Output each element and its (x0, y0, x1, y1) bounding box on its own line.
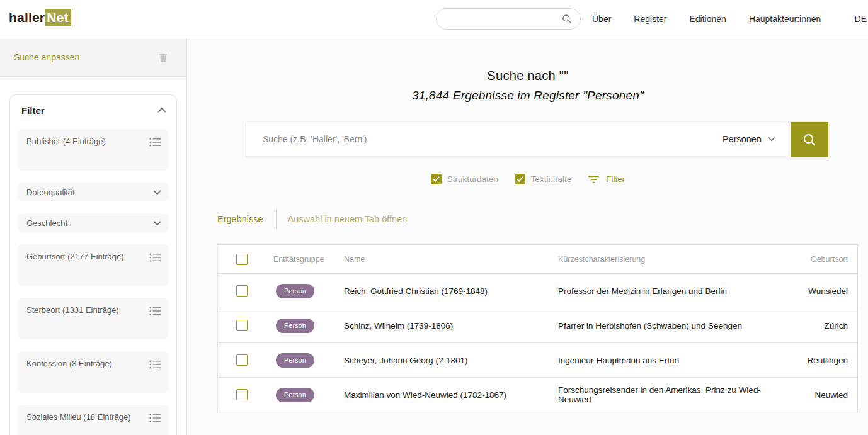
search-option-checkbox[interactable]: Strukturdaten (431, 174, 498, 184)
results-count: 31,844 Ergebnisse im Register "Personen" (188, 89, 868, 103)
search-icon[interactable] (561, 13, 573, 25)
row-checkbox[interactable] (236, 354, 248, 366)
row-name[interactable]: Scheyer, Johann Georg (?-1801) (334, 356, 552, 365)
filter-item-list: Publisher (4 Einträge) Datenqualität Ges… (18, 129, 169, 435)
filter-toggle[interactable]: Filter (588, 174, 625, 184)
chevron-down-icon (153, 189, 161, 195)
filter-panel-title: Filter (21, 105, 45, 116)
chevron-down-icon (153, 220, 161, 226)
filter-panel: Filter Publisher (4 Einträge) Datenquali… (9, 94, 177, 435)
column-header-name: Name (334, 255, 552, 264)
filter-item-label: Soziales Milieu (18 Einträge) (26, 412, 130, 422)
list-icon (149, 252, 161, 263)
filter-item[interactable]: Geburtsort (2177 Einträge) (18, 244, 169, 286)
tab-results[interactable]: Ergebnisse (217, 214, 263, 224)
entity-badge: Person (276, 319, 314, 333)
list-icon (149, 359, 161, 370)
nav-item-0[interactable]: Über (592, 14, 611, 24)
filter-item[interactable]: Konfession (8 Einträge) (18, 351, 169, 393)
row-birthplace: Neuwied (774, 390, 857, 400)
table-row[interactable]: Person Schinz, Wilhelm (1739-1806) Pfarr… (218, 308, 857, 343)
row-description: Pfarrer in Herbishofen (Schwaben) und Se… (552, 321, 774, 330)
chevron-down-icon (153, 189, 161, 195)
table-row[interactable]: Person Scheyer, Johann Georg (?-1801) In… (218, 343, 857, 378)
filter-item-label: Datenqualität (26, 188, 75, 197)
search-option-label: Strukturdaten (447, 174, 498, 184)
chevron-down-icon (153, 220, 161, 226)
list-icon (149, 306, 161, 316)
list-icon (149, 413, 161, 423)
nav-item-3[interactable]: Hauptakteur:innen (749, 14, 821, 24)
filter-item-label: Sterbeort (1331 Einträge) (26, 305, 119, 315)
register-select[interactable]: Personen (716, 122, 791, 156)
adjust-search-link[interactable]: Suche anpassen (14, 52, 79, 62)
register-select-value: Personen (722, 134, 762, 144)
row-checkbox[interactable] (236, 285, 248, 297)
column-header-entity: Entitätsgruppe (265, 255, 334, 264)
list-icon (149, 252, 161, 263)
adjust-search-bar: Suche anpassen (0, 38, 186, 77)
nav-item-2[interactable]: Editionen (690, 14, 726, 24)
row-birthplace: Reutlingen (774, 356, 857, 365)
table-header: Entitätsgruppe Name Kürzestcharakterisie… (218, 245, 857, 274)
filter-icon (588, 175, 600, 184)
entity-badge: Person (276, 388, 314, 402)
filter-toggle-label: Filter (606, 174, 625, 184)
header-search-input[interactable] (437, 14, 561, 24)
nav-item-1[interactable]: Register (634, 14, 666, 24)
search-submit-button[interactable] (791, 122, 828, 157)
column-header-desc: Kürzestcharakterisierung (552, 255, 774, 264)
filter-item[interactable]: Datenqualität (18, 183, 169, 201)
page-title: Suche nach "" (188, 69, 868, 83)
list-icon (149, 359, 161, 370)
row-checkbox[interactable] (236, 320, 248, 331)
results-tabs: ErgebnisseAuswahl in neuem Tab öffnen (217, 210, 868, 229)
row-name[interactable]: Schinz, Wilhelm (1739-1806) (334, 321, 552, 330)
checkbox-checked-icon[interactable] (431, 174, 442, 184)
list-icon (149, 137, 161, 147)
logo-text-1: haller (9, 10, 45, 25)
select-all-checkbox[interactable] (236, 254, 248, 265)
trash-icon[interactable] (157, 52, 169, 64)
entity-badge: Person (276, 284, 314, 298)
logo[interactable]: hallerNet (9, 10, 71, 25)
chevron-down-icon (768, 137, 775, 142)
row-checkbox[interactable] (236, 389, 248, 400)
tab-open-selection[interactable]: Auswahl in neuem Tab öffnen (288, 214, 408, 224)
filter-item[interactable]: Publisher (4 Einträge) (18, 129, 169, 171)
main-search-bar: Personen (246, 121, 829, 157)
filter-item-label: Geschlecht (26, 218, 67, 228)
top-navigation: ÜberRegisterEditionenHauptakteur:innen (592, 0, 821, 38)
table-row[interactable]: Person Maximilian von Wied-Neuwied (1782… (218, 378, 857, 412)
results-headline: Suche nach "" 31,844 Ergebnisse im Regis… (188, 69, 868, 103)
entity-badge: Person (276, 353, 314, 368)
filter-panel-header[interactable]: Filter (18, 103, 169, 117)
checkbox-checked-icon[interactable] (515, 174, 525, 184)
row-name[interactable]: Reich, Gottfried Christian (1769-1848) (334, 286, 552, 296)
filter-item[interactable]: Sterbeort (1331 Einträge) (18, 298, 169, 339)
list-icon (149, 413, 161, 423)
search-icon (802, 132, 817, 147)
header-search (436, 8, 581, 30)
row-name[interactable]: Maximilian von Wied-Neuwied (1782-1867) (334, 390, 552, 400)
results-table: Entitätsgruppe Name Kürzestcharakterisie… (217, 244, 858, 412)
filter-item-label: Publisher (4 Einträge) (26, 137, 106, 146)
list-icon (149, 306, 161, 316)
table-body: Person Reich, Gottfried Christian (1769-… (218, 274, 857, 412)
app-header: hallerNet ÜberRegisterEditionenHauptakte… (0, 0, 868, 38)
filter-item-label: Geburtsort (2177 Einträge) (26, 252, 124, 261)
table-row[interactable]: Person Reich, Gottfried Christian (1769-… (218, 274, 857, 308)
search-option-checkbox[interactable]: Textinhalte (515, 174, 572, 184)
main-content: Suche nach "" 31,844 Ergebnisse im Regis… (188, 38, 868, 435)
list-icon (149, 137, 161, 147)
sidebar: Suche anpassen Filter Publisher (4 Eintr… (0, 38, 187, 435)
filter-item[interactable]: Soziales Milieu (18 Einträge) (18, 405, 169, 435)
row-birthplace: Zürich (774, 321, 857, 330)
chevron-up-icon (157, 105, 166, 116)
filter-item-label: Konfession (8 Einträge) (26, 359, 112, 368)
language-switcher[interactable]: DE (855, 14, 867, 24)
filter-item[interactable]: Geschlecht (18, 213, 169, 232)
search-option-label: Textinhalte (531, 174, 572, 184)
row-description: Ingenieur-Hauptmann aus Erfurt (552, 356, 774, 365)
main-search-input[interactable] (246, 122, 716, 156)
